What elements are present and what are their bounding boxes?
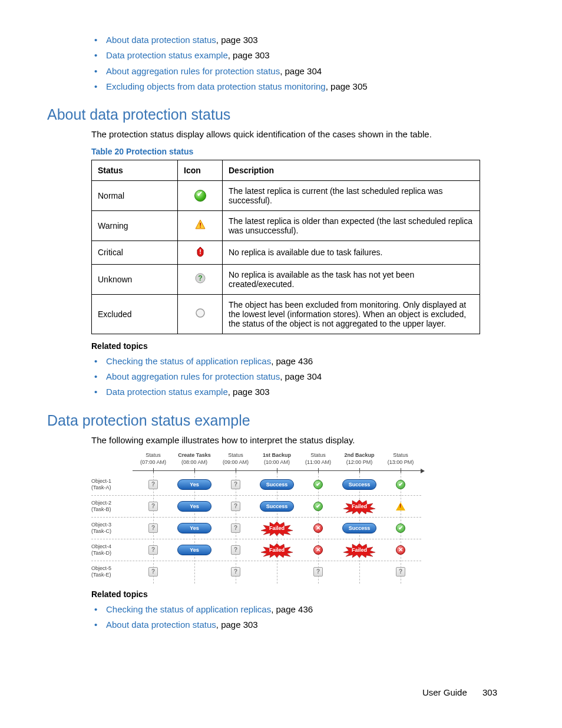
- toc-item: About data protection status, page 303: [106, 33, 497, 47]
- status-example-diagram: Status(07:00 AM)Create Tasks(08:00 AM)St…: [91, 452, 421, 582]
- diagram-cell: Success: [339, 518, 380, 539]
- diagram-cell: Yes: [174, 496, 215, 517]
- diagram-cell: Success: [256, 496, 297, 517]
- diagram-cell: ?: [215, 496, 256, 517]
- protection-status-table: Status Icon Description NormalThe latest…: [91, 160, 480, 334]
- diagram-row: Object-1(Task-A)?Yes?Success✔Success✔: [91, 474, 421, 495]
- toc-item: About aggregation rules for protection s…: [106, 64, 497, 78]
- link[interactable]: Checking the status of application repli…: [106, 356, 271, 366]
- cell-icon: [178, 180, 223, 210]
- page-footer: User Guide 303: [422, 687, 497, 697]
- failed-burst: Failed: [342, 499, 376, 514]
- link[interactable]: About aggregation rules for protection s…: [106, 66, 280, 76]
- link[interactable]: Data protection status example: [106, 387, 228, 397]
- normal-icon: [194, 190, 206, 202]
- page-number: 303: [482, 687, 497, 697]
- cell-icon: [178, 294, 223, 334]
- failed-burst: Failed: [342, 542, 376, 558]
- diagram-cell: Failed: [339, 496, 380, 517]
- cell-desc: The latest replica is older than expecte…: [223, 210, 480, 241]
- diagram-cell: Failed: [256, 518, 297, 539]
- page-ref: , page 303: [216, 620, 258, 630]
- failed-status-icon: ✕: [313, 523, 323, 533]
- related-list: Checking the status of application repli…: [91, 602, 497, 632]
- unknown-status-icon: ?: [231, 523, 240, 533]
- diagram-cell: ✕: [297, 518, 339, 539]
- diagram-cell: ?: [380, 561, 421, 582]
- page-ref: , page 305: [326, 81, 368, 91]
- unknown-status-icon: ?: [231, 545, 240, 555]
- related-item: About data protection status, page 303: [106, 618, 497, 631]
- unknown-status-icon: ?: [148, 545, 158, 555]
- unknown-status-icon: ?: [231, 567, 240, 577]
- cell-icon: [178, 264, 223, 294]
- diagram-cell: ?: [133, 518, 174, 539]
- success-status-icon: ✔: [313, 502, 323, 511]
- toc-item: Data protection status example, page 303: [106, 48, 497, 62]
- link[interactable]: About data protection status: [106, 35, 216, 45]
- diagram-cell: [256, 561, 297, 582]
- diagram-cell: Success: [339, 474, 380, 495]
- page-ref: , page 304: [280, 66, 322, 76]
- page-ref: , page 303: [216, 35, 258, 45]
- page-ref: , page 436: [271, 604, 313, 614]
- diagram-row: Object-4(Task-D)?Yes?Failed✕Failed✕: [91, 539, 421, 561]
- diagram-column-header: Status(09:00 AM): [215, 452, 256, 468]
- diagram-cell: ?: [215, 474, 256, 495]
- link[interactable]: Checking the status of application repli…: [106, 604, 271, 614]
- related-item: About aggregation rules for protection s…: [106, 370, 497, 383]
- diagram-row-label: Object-4(Task-D): [91, 539, 133, 561]
- related-list: Checking the status of application repli…: [91, 354, 497, 399]
- critical-icon: [195, 246, 206, 257]
- link[interactable]: About aggregation rules for protection s…: [106, 371, 280, 381]
- diagram-row: Object-2(Task-B)?Yes?Success✔Failed: [91, 495, 421, 517]
- diagram-row: Object-3(Task-C)?Yes?Failed✕Success✔: [91, 517, 421, 539]
- success-status-icon: ✔: [396, 523, 405, 533]
- related-topics-heading: Related topics: [91, 341, 497, 351]
- warning-status-icon: [396, 502, 405, 510]
- link[interactable]: Data protection status example: [106, 50, 228, 60]
- diagram-cell: Failed: [256, 539, 297, 561]
- diagram-cell: ?: [133, 496, 174, 517]
- unknown-status-icon: ?: [313, 567, 323, 577]
- section-intro: The protection status display allows qui…: [91, 128, 497, 141]
- cell-status: Warning: [92, 210, 178, 241]
- link[interactable]: Excluding objects from data protection s…: [106, 81, 326, 91]
- diagram-column-header: 1st Backup(10:00 AM): [256, 452, 297, 468]
- diagram-cell: ?: [215, 518, 256, 539]
- link[interactable]: About data protection status: [106, 620, 216, 630]
- diagram-column-header: Create Tasks(08:00 AM): [174, 452, 215, 468]
- failed-status-icon: ✕: [313, 545, 323, 555]
- table-row: UnknownNo replica is available as the ta…: [92, 264, 480, 294]
- section-heading: About data protection status: [47, 106, 497, 123]
- th-desc: Description: [223, 160, 480, 180]
- success-pill: Success: [342, 523, 376, 533]
- diagram-column-header: Status(11:00 AM): [297, 452, 339, 468]
- cell-desc: The latest replica is current (the last …: [223, 180, 480, 210]
- unknown-status-icon: ?: [148, 480, 158, 489]
- page-ref: , page 304: [280, 371, 322, 381]
- cell-status: Excluded: [92, 294, 178, 334]
- th-icon: Icon: [178, 160, 223, 180]
- failed-burst: Failed: [260, 542, 294, 558]
- diagram-cell: ?: [133, 561, 174, 582]
- create-task-pill: Yes: [177, 545, 211, 555]
- diagram-cell: Yes: [174, 518, 215, 539]
- unknown-status-icon: ?: [148, 523, 158, 533]
- diagram-cell: ?: [215, 561, 256, 582]
- diagram-cell: ✔: [297, 496, 339, 517]
- diagram-cell: ✕: [297, 539, 339, 561]
- cell-icon: [178, 210, 223, 241]
- table-row: ExcludedThe object has been excluded fro…: [92, 294, 480, 334]
- footer-label: User Guide: [422, 687, 467, 697]
- cell-status: Normal: [92, 180, 178, 210]
- excluded-icon: [195, 308, 206, 318]
- success-pill: Success: [260, 479, 294, 490]
- create-task-pill: Yes: [177, 523, 211, 533]
- diagram-column-header: Status(13:00 PM): [380, 452, 421, 468]
- th-status: Status: [92, 160, 178, 180]
- unknown-status-icon: ?: [148, 567, 158, 577]
- related-item: Data protection status example, page 303: [106, 385, 497, 398]
- create-task-pill: Yes: [177, 479, 211, 490]
- table-row: CriticalNo replica is available due to t…: [92, 241, 480, 264]
